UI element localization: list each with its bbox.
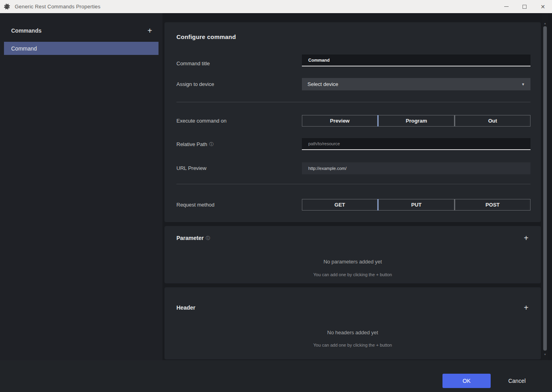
relative-path-input[interactable] [302, 138, 530, 150]
command-title-label: Command title [176, 58, 210, 70]
execute-on-segmented: Preview Program Out [302, 115, 530, 127]
app-logo-icon [3, 3, 11, 10]
parameter-empty-title: No parameters added yet [164, 259, 541, 265]
url-preview-label: URL Preview [176, 162, 206, 174]
header-empty-title: No headers added yet [164, 330, 541, 335]
assign-device-select[interactable]: Select device ▼ [302, 78, 530, 90]
request-method-segmented: GET PUT POST [302, 199, 530, 211]
maximize-icon [523, 5, 527, 9]
sidebar-item-command[interactable]: Command [4, 42, 159, 55]
divider [176, 184, 530, 184]
header-section-title: Header [176, 304, 195, 311]
relative-path-label-text: Relative Path [176, 141, 207, 147]
request-method-get-button[interactable]: GET [302, 199, 378, 211]
execute-on-out-button[interactable]: Out [455, 115, 530, 127]
minimize-icon [504, 6, 509, 7]
sidebar-header: Commands + [0, 20, 162, 42]
request-method-post-button[interactable]: POST [455, 199, 530, 211]
parameter-header: Parameterⓘ + [176, 232, 530, 244]
ok-button[interactable]: OK [442, 374, 491, 388]
add-header-button[interactable]: + [522, 303, 530, 312]
title-bar: Generic Rest Commands Properties ✕ [0, 0, 552, 13]
assign-device-value: Select device [307, 81, 338, 87]
window-title: Generic Rest Commands Properties [15, 4, 497, 10]
commands-sidebar: Commands + Command [0, 13, 162, 360]
header-section-header: Header + [176, 301, 530, 314]
header-card: Header + No headers added yet You can ad… [164, 287, 541, 359]
add-command-button[interactable]: + [146, 26, 154, 35]
parameter-empty-hint: You can add one by clicking the + button [164, 272, 541, 277]
info-icon: ⓘ [206, 236, 210, 240]
request-method-label: Request method [176, 199, 214, 211]
header-empty-hint: You can add one by clicking the + button [164, 343, 541, 347]
command-title-input[interactable] [302, 55, 530, 66]
parameter-card: Parameterⓘ + No parameters added yet You… [164, 226, 541, 283]
scrollbar-thumb[interactable] [543, 26, 547, 351]
request-method-put-button[interactable]: PUT [378, 199, 454, 211]
execute-on-preview-button[interactable]: Preview [302, 115, 378, 127]
window-controls: ✕ [497, 0, 552, 13]
url-preview-value: http://example.com/ [302, 162, 530, 174]
close-icon: ✕ [540, 4, 545, 10]
info-icon: ⓘ [209, 142, 213, 146]
sidebar-item-label: Command [11, 45, 37, 52]
configure-command-title: Configure command [176, 33, 236, 40]
scroll-down-icon[interactable]: ▼ [542, 353, 548, 356]
divider [176, 102, 530, 102]
main-scrollbar[interactable]: ▲ ▼ [542, 13, 548, 360]
cancel-button[interactable]: Cancel [501, 374, 533, 388]
relative-path-label: Relative Pathⓘ [176, 138, 213, 150]
execute-on-program-button[interactable]: Program [378, 115, 454, 127]
generic-rest-commands-dialog: { "window": { "title": "Generic Rest Com… [0, 0, 552, 392]
minimize-button[interactable] [497, 0, 515, 13]
parameter-title: Parameterⓘ [176, 235, 210, 241]
parameter-title-text: Parameter [176, 235, 204, 241]
scroll-up-icon[interactable]: ▲ [542, 22, 548, 25]
close-button[interactable]: ✕ [534, 0, 552, 13]
maximize-button[interactable] [515, 0, 534, 13]
add-parameter-button[interactable]: + [522, 233, 530, 243]
execute-on-label: Execute command on [176, 115, 227, 127]
dialog-footer: OK Cancel [0, 360, 552, 392]
chevron-down-icon: ▼ [521, 82, 525, 86]
sidebar-title: Commands [11, 27, 41, 34]
configure-command-card: Configure command Command title Assign t… [164, 22, 541, 222]
assign-device-label: Assign to device [176, 78, 214, 90]
